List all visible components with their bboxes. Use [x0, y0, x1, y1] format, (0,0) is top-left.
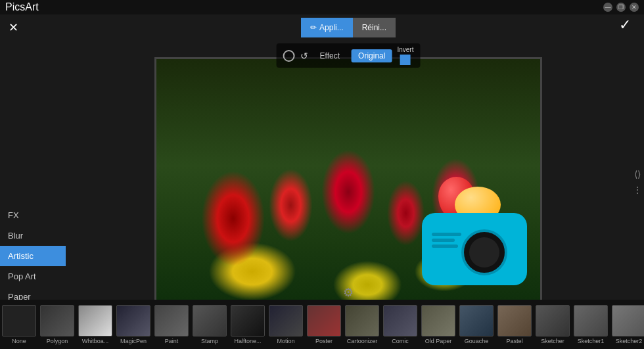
sidebar-item-fx[interactable]: FX — [0, 205, 66, 225]
film-item-whiteboard[interactable]: Whitboa... — [77, 305, 114, 344]
film-label-motion: Motion — [277, 338, 294, 344]
titlebar-close-button[interactable]: ✕ — [630, 3, 639, 12]
film-thumb-cartoonizer — [345, 305, 379, 337]
gear-icon[interactable]: ⚙ — [343, 285, 354, 300]
effect-circle[interactable] — [283, 50, 295, 62]
pencil-icon: ✏ — [310, 23, 317, 32]
sidebar-item-popart[interactable]: Pop Art — [0, 266, 66, 287]
film-label-none: None — [12, 338, 26, 344]
film-label-comic: Comic — [392, 338, 409, 344]
effect-tab[interactable]: Effect — [313, 49, 346, 62]
film-thumb-motion — [269, 305, 303, 337]
film-label-halftone: Halftone... — [234, 338, 261, 344]
film-label-magicpen: MagicPen — [120, 338, 147, 344]
restore-button[interactable]: ❐ — [616, 3, 626, 12]
invert-checkbox[interactable] — [400, 55, 411, 65]
effect-controls: ↺ Effect Original Invert — [277, 43, 421, 68]
check-button[interactable]: ✓ — [619, 16, 631, 34]
film-label-pastel: Pastel — [506, 338, 522, 344]
film-item-poster[interactable]: Poster — [306, 305, 342, 344]
film-thumb-sketcher1 — [574, 305, 608, 337]
film-thumb-none — [2, 305, 36, 337]
filmstrip: None Polygon Whitboa... MagicPen Paint S… — [0, 300, 644, 349]
film-label-cartoonizer: Cartoonizer — [347, 338, 378, 344]
camera-text — [432, 233, 461, 248]
app-title: PicsArt — [5, 1, 39, 13]
film-item-stamp[interactable]: Stamp — [191, 305, 228, 344]
original-tab[interactable]: Original — [352, 49, 392, 62]
film-item-oldpaper[interactable]: Old Paper — [420, 305, 457, 344]
film-thumb-sketcher2 — [612, 305, 644, 337]
camera-lens-inner — [469, 237, 499, 268]
film-thumb-sketcher — [536, 305, 570, 337]
picsart-logo — [409, 180, 527, 285]
right-icon-bottom[interactable]: ⋮ — [633, 185, 642, 195]
invert-label: Invert — [397, 46, 413, 53]
main-layout: ✕ FX Blur Artistic Pop Art Paper Distort… — [0, 14, 644, 349]
film-thumb-comic — [383, 305, 417, 337]
film-item-halftone[interactable]: Halftone... — [229, 305, 266, 344]
reinit-button[interactable]: Réini... — [353, 18, 396, 37]
film-thumb-halftone — [231, 305, 265, 337]
film-label-poster: Poster — [315, 338, 333, 344]
film-thumb-gouache — [459, 305, 494, 337]
film-thumb-stamp — [193, 305, 227, 337]
film-item-sketcher2[interactable]: Sketcher2 — [610, 305, 644, 344]
camera-body — [422, 213, 527, 285]
film-label-whiteboard: Whitboa... — [82, 338, 109, 344]
film-item-gouache[interactable]: Gouache — [458, 305, 495, 344]
film-item-motion[interactable]: Motion — [267, 305, 304, 344]
film-label-sketcher2: Sketcher2 — [616, 338, 643, 344]
right-icon-top[interactable]: ⟨⟩ — [634, 169, 641, 179]
film-item-magicpen[interactable]: MagicPen — [115, 305, 152, 344]
film-item-sketcher[interactable]: Sketcher — [534, 305, 571, 344]
film-thumb-oldpaper — [421, 305, 455, 337]
window-controls: — ❐ ✕ — [603, 3, 639, 12]
camera-line-2 — [432, 239, 455, 242]
film-thumb-magicpen — [116, 305, 150, 337]
film-thumb-poster — [307, 305, 341, 337]
camera-line-1 — [432, 233, 461, 236]
minimize-button[interactable]: — — [603, 3, 612, 12]
film-label-sketcher: Sketcher — [541, 338, 564, 344]
center-area: ✏ Appli... Réini... — [66, 14, 631, 349]
film-thumb-paint — [154, 305, 189, 337]
film-item-pastel[interactable]: Pastel — [496, 305, 533, 344]
film-label-paint: Paint — [165, 338, 179, 344]
film-thumb-whiteboard — [78, 305, 112, 337]
film-item-sketcher1[interactable]: Sketcher1 — [572, 305, 609, 344]
film-label-gouache: Gouache — [465, 338, 489, 344]
film-item-polygon[interactable]: Polygon — [39, 305, 76, 344]
camera-line-3 — [432, 244, 458, 248]
film-label-sketcher1: Sketcher1 — [578, 338, 605, 344]
film-label-oldpaper: Old Paper — [425, 338, 452, 344]
close-button[interactable]: ✕ — [5, 20, 21, 35]
invert-section: Invert — [397, 46, 413, 65]
film-item-none[interactable]: None — [1, 305, 37, 344]
film-thumb-pastel — [497, 305, 532, 337]
film-label-polygon: Polygon — [47, 338, 68, 344]
film-label-stamp: Stamp — [201, 338, 218, 344]
sidebar-item-blur[interactable]: Blur — [0, 225, 66, 246]
top-toolbar: ✏ Appli... Réini... — [66, 14, 631, 41]
refresh-icon[interactable]: ↺ — [300, 51, 308, 61]
right-sidebar: ⟨⟩ ⋮ — [631, 14, 644, 349]
sidebar: ✕ FX Blur Artistic Pop Art Paper Distort… — [0, 14, 66, 349]
film-thumb-polygon — [40, 305, 74, 337]
camera-lens — [461, 229, 507, 275]
titlebar: PicsArt — ❐ ✕ — [0, 0, 644, 14]
film-item-paint[interactable]: Paint — [153, 305, 190, 344]
film-item-comic[interactable]: Comic — [382, 305, 419, 344]
film-item-cartoonizer[interactable]: Cartoonizer — [344, 305, 380, 344]
apply-button[interactable]: ✏ Appli... — [301, 18, 353, 37]
sidebar-item-artistic[interactable]: Artistic — [0, 246, 66, 266]
